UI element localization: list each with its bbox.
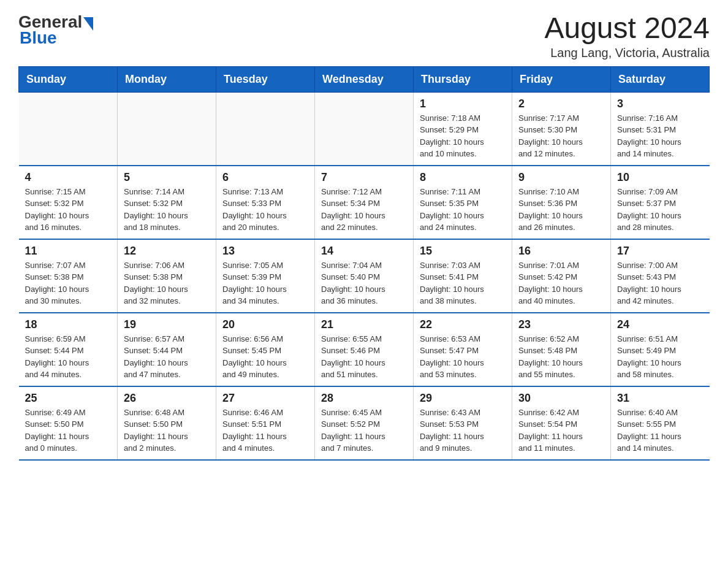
day-number: 19 — [124, 318, 210, 331]
logo: General Blue — [18, 12, 93, 48]
table-row: 1Sunrise: 7:18 AMSunset: 5:29 PMDaylight… — [414, 92, 512, 166]
day-number: 4 — [25, 171, 112, 184]
table-row: 23Sunrise: 6:52 AMSunset: 5:48 PMDayligh… — [512, 313, 611, 386]
table-row — [19, 92, 118, 166]
page-header: General Blue August 2024 Lang Lang, Vict… — [18, 12, 710, 60]
table-row: 3Sunrise: 7:16 AMSunset: 5:31 PMDaylight… — [611, 92, 710, 166]
table-row: 16Sunrise: 7:01 AMSunset: 5:42 PMDayligh… — [512, 239, 611, 313]
day-info: Sunrise: 7:05 AMSunset: 5:39 PMDaylight:… — [222, 259, 308, 307]
calendar-table: Sunday Monday Tuesday Wednesday Thursday… — [18, 66, 710, 461]
calendar-week-row: 11Sunrise: 7:07 AMSunset: 5:38 PMDayligh… — [19, 239, 710, 313]
calendar-week-row: 25Sunrise: 6:49 AMSunset: 5:50 PMDayligh… — [19, 386, 710, 460]
day-info: Sunrise: 6:40 AMSunset: 5:55 PMDaylight:… — [617, 407, 703, 454]
day-number: 6 — [222, 171, 308, 184]
day-number: 11 — [25, 245, 112, 258]
day-info: Sunrise: 6:55 AMSunset: 5:46 PMDaylight:… — [321, 333, 407, 381]
day-number: 20 — [222, 318, 308, 331]
day-info: Sunrise: 7:15 AMSunset: 5:32 PMDaylight:… — [25, 186, 112, 234]
table-row: 17Sunrise: 7:00 AMSunset: 5:43 PMDayligh… — [611, 239, 710, 313]
day-number: 5 — [124, 171, 210, 184]
table-row: 25Sunrise: 6:49 AMSunset: 5:50 PMDayligh… — [19, 386, 118, 460]
day-info: Sunrise: 7:00 AMSunset: 5:43 PMDaylight:… — [617, 259, 703, 307]
table-row: 26Sunrise: 6:48 AMSunset: 5:50 PMDayligh… — [118, 386, 216, 460]
day-number: 30 — [518, 392, 604, 405]
table-row: 19Sunrise: 6:57 AMSunset: 5:44 PMDayligh… — [118, 313, 216, 386]
col-monday: Monday — [118, 66, 216, 92]
col-tuesday: Tuesday — [216, 66, 315, 92]
title-block: August 2024 Lang Lang, Victoria, Austral… — [544, 12, 710, 60]
col-thursday: Thursday — [414, 66, 512, 92]
calendar-subtitle: Lang Lang, Victoria, Australia — [544, 46, 710, 60]
table-row: 12Sunrise: 7:06 AMSunset: 5:38 PMDayligh… — [118, 239, 216, 313]
day-number: 7 — [321, 171, 407, 184]
table-row: 28Sunrise: 6:45 AMSunset: 5:52 PMDayligh… — [315, 386, 414, 460]
day-info: Sunrise: 7:03 AMSunset: 5:41 PMDaylight:… — [420, 259, 506, 307]
day-info: Sunrise: 7:13 AMSunset: 5:33 PMDaylight:… — [222, 186, 308, 234]
table-row: 4Sunrise: 7:15 AMSunset: 5:32 PMDaylight… — [19, 166, 118, 239]
calendar-title: August 2024 — [544, 12, 710, 45]
day-number: 25 — [25, 392, 112, 405]
day-number: 18 — [25, 318, 112, 331]
day-number: 31 — [617, 392, 703, 405]
day-info: Sunrise: 6:57 AMSunset: 5:44 PMDaylight:… — [124, 333, 210, 381]
calendar-week-row: 18Sunrise: 6:59 AMSunset: 5:44 PMDayligh… — [19, 313, 710, 386]
col-sunday: Sunday — [19, 66, 118, 92]
day-number: 29 — [420, 392, 506, 405]
day-number: 27 — [222, 392, 308, 405]
day-info: Sunrise: 7:01 AMSunset: 5:42 PMDaylight:… — [518, 259, 604, 307]
col-saturday: Saturday — [611, 66, 710, 92]
table-row: 2Sunrise: 7:17 AMSunset: 5:30 PMDaylight… — [512, 92, 611, 166]
day-info: Sunrise: 6:42 AMSunset: 5:54 PMDaylight:… — [518, 407, 604, 454]
day-number: 3 — [617, 98, 703, 110]
day-number: 8 — [420, 171, 506, 184]
table-row: 7Sunrise: 7:12 AMSunset: 5:34 PMDaylight… — [315, 166, 414, 239]
day-number: 22 — [420, 318, 506, 331]
table-row — [315, 92, 414, 166]
day-info: Sunrise: 6:48 AMSunset: 5:50 PMDaylight:… — [124, 407, 210, 454]
calendar-week-row: 4Sunrise: 7:15 AMSunset: 5:32 PMDaylight… — [19, 166, 710, 239]
table-row: 10Sunrise: 7:09 AMSunset: 5:37 PMDayligh… — [611, 166, 710, 239]
table-row: 9Sunrise: 7:10 AMSunset: 5:36 PMDaylight… — [512, 166, 611, 239]
day-info: Sunrise: 6:53 AMSunset: 5:47 PMDaylight:… — [420, 333, 506, 381]
day-info: Sunrise: 7:18 AMSunset: 5:29 PMDaylight:… — [420, 112, 506, 160]
table-row: 31Sunrise: 6:40 AMSunset: 5:55 PMDayligh… — [611, 386, 710, 460]
table-row: 29Sunrise: 6:43 AMSunset: 5:53 PMDayligh… — [414, 386, 512, 460]
table-row: 22Sunrise: 6:53 AMSunset: 5:47 PMDayligh… — [414, 313, 512, 386]
logo-blue-text: Blue — [20, 28, 57, 48]
day-number: 23 — [518, 318, 604, 331]
day-number: 9 — [518, 171, 604, 184]
table-row: 14Sunrise: 7:04 AMSunset: 5:40 PMDayligh… — [315, 239, 414, 313]
day-info: Sunrise: 7:11 AMSunset: 5:35 PMDaylight:… — [420, 186, 506, 234]
day-number: 26 — [124, 392, 210, 405]
day-info: Sunrise: 7:04 AMSunset: 5:40 PMDaylight:… — [321, 259, 407, 307]
day-info: Sunrise: 6:43 AMSunset: 5:53 PMDaylight:… — [420, 407, 506, 454]
day-number: 12 — [124, 245, 210, 258]
day-number: 17 — [617, 245, 703, 258]
day-info: Sunrise: 7:07 AMSunset: 5:38 PMDaylight:… — [25, 259, 112, 307]
day-number: 16 — [518, 245, 604, 258]
table-row: 20Sunrise: 6:56 AMSunset: 5:45 PMDayligh… — [216, 313, 315, 386]
day-info: Sunrise: 7:16 AMSunset: 5:31 PMDaylight:… — [617, 112, 703, 160]
day-info: Sunrise: 6:59 AMSunset: 5:44 PMDaylight:… — [25, 333, 112, 381]
table-row: 18Sunrise: 6:59 AMSunset: 5:44 PMDayligh… — [19, 313, 118, 386]
day-info: Sunrise: 6:56 AMSunset: 5:45 PMDaylight:… — [222, 333, 308, 381]
day-number: 13 — [222, 245, 308, 258]
day-number: 24 — [617, 318, 703, 331]
calendar-week-row: 1Sunrise: 7:18 AMSunset: 5:29 PMDaylight… — [19, 92, 710, 166]
table-row: 27Sunrise: 6:46 AMSunset: 5:51 PMDayligh… — [216, 386, 315, 460]
day-number: 14 — [321, 245, 407, 258]
day-info: Sunrise: 6:46 AMSunset: 5:51 PMDaylight:… — [222, 407, 308, 454]
table-row: 30Sunrise: 6:42 AMSunset: 5:54 PMDayligh… — [512, 386, 611, 460]
day-info: Sunrise: 7:12 AMSunset: 5:34 PMDaylight:… — [321, 186, 407, 234]
day-info: Sunrise: 6:45 AMSunset: 5:52 PMDaylight:… — [321, 407, 407, 454]
table-row: 24Sunrise: 6:51 AMSunset: 5:49 PMDayligh… — [611, 313, 710, 386]
day-info: Sunrise: 6:51 AMSunset: 5:49 PMDaylight:… — [617, 333, 703, 381]
day-number: 21 — [321, 318, 407, 331]
table-row: 21Sunrise: 6:55 AMSunset: 5:46 PMDayligh… — [315, 313, 414, 386]
table-row: 13Sunrise: 7:05 AMSunset: 5:39 PMDayligh… — [216, 239, 315, 313]
table-row: 5Sunrise: 7:14 AMSunset: 5:32 PMDaylight… — [118, 166, 216, 239]
table-row: 6Sunrise: 7:13 AMSunset: 5:33 PMDaylight… — [216, 166, 315, 239]
day-info: Sunrise: 7:10 AMSunset: 5:36 PMDaylight:… — [518, 186, 604, 234]
day-info: Sunrise: 7:06 AMSunset: 5:38 PMDaylight:… — [124, 259, 210, 307]
table-row: 15Sunrise: 7:03 AMSunset: 5:41 PMDayligh… — [414, 239, 512, 313]
